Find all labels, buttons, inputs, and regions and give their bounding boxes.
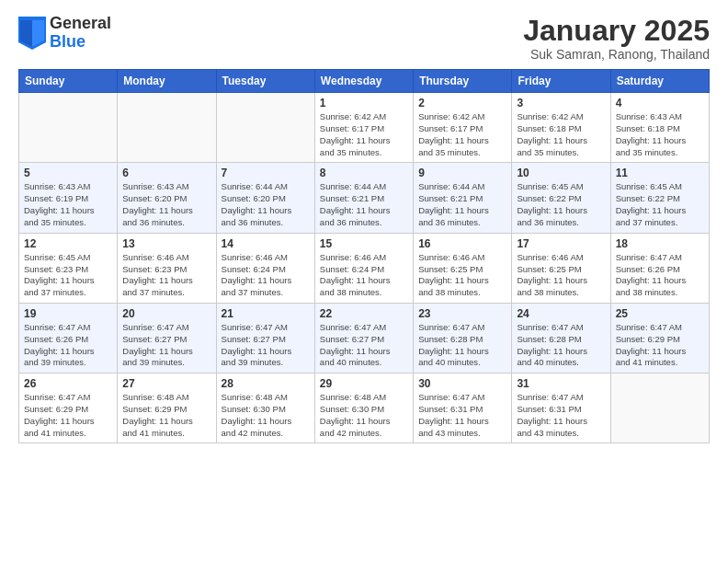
day-cell: 6Sunrise: 6:43 AM Sunset: 6:20 PM Daylig… <box>118 163 216 233</box>
day-cell <box>19 93 118 163</box>
day-number: 11 <box>616 167 704 179</box>
title-block: January 2025 Suk Samran, Ranong, Thailan… <box>523 15 710 62</box>
day-number: 2 <box>418 97 506 109</box>
day-number: 28 <box>222 377 310 390</box>
day-number: 31 <box>517 377 605 390</box>
day-info: Sunrise: 6:42 AM Sunset: 6:18 PM Dayligh… <box>517 111 605 158</box>
day-cell: 3Sunrise: 6:42 AM Sunset: 6:18 PM Daylig… <box>512 93 610 163</box>
day-cell: 13Sunrise: 6:46 AM Sunset: 6:23 PM Dayli… <box>118 233 216 303</box>
day-number: 22 <box>320 307 408 320</box>
day-info: Sunrise: 6:48 AM Sunset: 6:29 PM Dayligh… <box>122 392 210 439</box>
day-cell: 31Sunrise: 6:47 AM Sunset: 6:31 PM Dayli… <box>512 373 610 443</box>
day-info: Sunrise: 6:46 AM Sunset: 6:25 PM Dayligh… <box>418 252 506 299</box>
day-cell: 26Sunrise: 6:47 AM Sunset: 6:29 PM Dayli… <box>19 373 118 443</box>
header-row: SundayMondayTuesdayWednesdayThursdayFrid… <box>19 70 710 93</box>
day-info: Sunrise: 6:46 AM Sunset: 6:25 PM Dayligh… <box>517 252 605 299</box>
logo-icon <box>18 17 46 50</box>
day-cell: 25Sunrise: 6:47 AM Sunset: 6:29 PM Dayli… <box>610 303 709 373</box>
day-info: Sunrise: 6:47 AM Sunset: 6:31 PM Dayligh… <box>418 392 506 439</box>
day-number: 5 <box>24 167 112 179</box>
day-number: 23 <box>418 307 506 320</box>
header-thursday: Thursday <box>414 70 512 93</box>
logo-general-text: General <box>50 15 111 33</box>
day-cell: 4Sunrise: 6:43 AM Sunset: 6:18 PM Daylig… <box>610 93 709 163</box>
logo-text: General Blue <box>50 15 111 52</box>
header-wednesday: Wednesday <box>314 70 413 93</box>
day-cell: 29Sunrise: 6:48 AM Sunset: 6:30 PM Dayli… <box>314 373 413 443</box>
subtitle: Suk Samran, Ranong, Thailand <box>523 47 710 62</box>
day-cell: 28Sunrise: 6:48 AM Sunset: 6:30 PM Dayli… <box>216 373 314 443</box>
day-number: 4 <box>616 97 704 109</box>
day-info: Sunrise: 6:45 AM Sunset: 6:22 PM Dayligh… <box>616 181 704 228</box>
day-cell <box>118 93 216 163</box>
day-number: 13 <box>122 237 210 250</box>
day-cell: 27Sunrise: 6:48 AM Sunset: 6:29 PM Dayli… <box>118 373 216 443</box>
month-title: January 2025 <box>523 15 710 47</box>
week-row-1: 1Sunrise: 6:42 AM Sunset: 6:17 PM Daylig… <box>19 93 710 163</box>
day-info: Sunrise: 6:46 AM Sunset: 6:24 PM Dayligh… <box>320 252 408 299</box>
header: General Blue January 2025 Suk Samran, Ra… <box>18 15 710 62</box>
day-info: Sunrise: 6:45 AM Sunset: 6:23 PM Dayligh… <box>24 252 112 299</box>
day-number: 17 <box>517 237 605 250</box>
day-info: Sunrise: 6:47 AM Sunset: 6:31 PM Dayligh… <box>517 392 605 439</box>
day-number: 14 <box>222 237 310 250</box>
day-number: 16 <box>418 237 506 250</box>
logo-blue-text: Blue <box>50 33 111 52</box>
day-cell: 12Sunrise: 6:45 AM Sunset: 6:23 PM Dayli… <box>19 233 118 303</box>
day-number: 8 <box>320 167 408 179</box>
day-info: Sunrise: 6:44 AM Sunset: 6:21 PM Dayligh… <box>320 181 408 228</box>
day-cell: 24Sunrise: 6:47 AM Sunset: 6:28 PM Dayli… <box>512 303 610 373</box>
week-row-5: 26Sunrise: 6:47 AM Sunset: 6:29 PM Dayli… <box>19 373 710 443</box>
day-number: 1 <box>320 97 408 109</box>
calendar: SundayMondayTuesdayWednesdayThursdayFrid… <box>18 69 710 443</box>
day-cell: 18Sunrise: 6:47 AM Sunset: 6:26 PM Dayli… <box>610 233 709 303</box>
day-info: Sunrise: 6:47 AM Sunset: 6:29 PM Dayligh… <box>616 322 704 369</box>
day-info: Sunrise: 6:45 AM Sunset: 6:22 PM Dayligh… <box>517 181 605 228</box>
day-cell <box>610 373 709 443</box>
day-number: 20 <box>122 307 210 320</box>
day-info: Sunrise: 6:47 AM Sunset: 6:29 PM Dayligh… <box>24 392 112 439</box>
calendar-header: SundayMondayTuesdayWednesdayThursdayFrid… <box>19 70 710 93</box>
day-info: Sunrise: 6:46 AM Sunset: 6:24 PM Dayligh… <box>222 252 310 299</box>
day-number: 26 <box>24 377 112 390</box>
day-cell: 30Sunrise: 6:47 AM Sunset: 6:31 PM Dayli… <box>414 373 512 443</box>
day-number: 25 <box>616 307 704 320</box>
header-friday: Friday <box>512 70 610 93</box>
day-cell: 2Sunrise: 6:42 AM Sunset: 6:17 PM Daylig… <box>414 93 512 163</box>
header-sunday: Sunday <box>19 70 118 93</box>
calendar-body: 1Sunrise: 6:42 AM Sunset: 6:17 PM Daylig… <box>19 93 710 443</box>
header-saturday: Saturday <box>610 70 709 93</box>
day-cell: 10Sunrise: 6:45 AM Sunset: 6:22 PM Dayli… <box>512 163 610 233</box>
day-cell: 1Sunrise: 6:42 AM Sunset: 6:17 PM Daylig… <box>314 93 413 163</box>
day-cell: 5Sunrise: 6:43 AM Sunset: 6:19 PM Daylig… <box>19 163 118 233</box>
day-number: 29 <box>320 377 408 390</box>
day-info: Sunrise: 6:47 AM Sunset: 6:27 PM Dayligh… <box>122 322 210 369</box>
day-info: Sunrise: 6:43 AM Sunset: 6:19 PM Dayligh… <box>24 181 112 228</box>
day-cell <box>216 93 314 163</box>
day-info: Sunrise: 6:47 AM Sunset: 6:26 PM Dayligh… <box>24 322 112 369</box>
day-number: 19 <box>24 307 112 320</box>
day-cell: 17Sunrise: 6:46 AM Sunset: 6:25 PM Dayli… <box>512 233 610 303</box>
day-info: Sunrise: 6:42 AM Sunset: 6:17 PM Dayligh… <box>320 111 408 158</box>
header-tuesday: Tuesday <box>216 70 314 93</box>
week-row-4: 19Sunrise: 6:47 AM Sunset: 6:26 PM Dayli… <box>19 303 710 373</box>
day-number: 18 <box>616 237 704 250</box>
day-info: Sunrise: 6:48 AM Sunset: 6:30 PM Dayligh… <box>222 392 310 439</box>
day-cell: 11Sunrise: 6:45 AM Sunset: 6:22 PM Dayli… <box>610 163 709 233</box>
day-cell: 19Sunrise: 6:47 AM Sunset: 6:26 PM Dayli… <box>19 303 118 373</box>
day-number: 9 <box>418 167 506 179</box>
day-cell: 23Sunrise: 6:47 AM Sunset: 6:28 PM Dayli… <box>414 303 512 373</box>
header-monday: Monday <box>118 70 216 93</box>
day-info: Sunrise: 6:47 AM Sunset: 6:27 PM Dayligh… <box>320 322 408 369</box>
day-number: 30 <box>418 377 506 390</box>
day-number: 12 <box>24 237 112 250</box>
day-cell: 15Sunrise: 6:46 AM Sunset: 6:24 PM Dayli… <box>314 233 413 303</box>
day-info: Sunrise: 6:43 AM Sunset: 6:20 PM Dayligh… <box>122 181 210 228</box>
day-cell: 21Sunrise: 6:47 AM Sunset: 6:27 PM Dayli… <box>216 303 314 373</box>
week-row-2: 5Sunrise: 6:43 AM Sunset: 6:19 PM Daylig… <box>19 163 710 233</box>
day-number: 3 <box>517 97 605 109</box>
day-cell: 22Sunrise: 6:47 AM Sunset: 6:27 PM Dayli… <box>314 303 413 373</box>
day-info: Sunrise: 6:47 AM Sunset: 6:27 PM Dayligh… <box>222 322 310 369</box>
week-row-3: 12Sunrise: 6:45 AM Sunset: 6:23 PM Dayli… <box>19 233 710 303</box>
day-number: 10 <box>517 167 605 179</box>
